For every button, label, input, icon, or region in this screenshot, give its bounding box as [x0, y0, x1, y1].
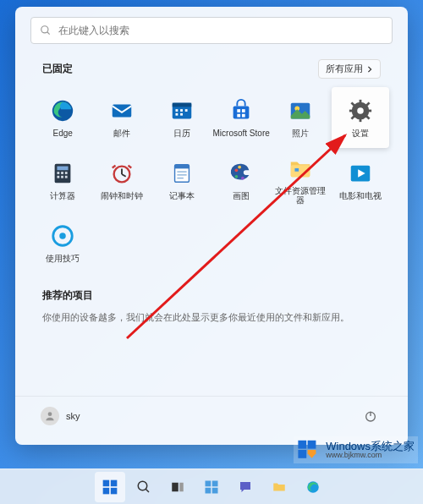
svg-point-66: [138, 481, 147, 490]
app-msstore[interactable]: Microsoft Store: [212, 87, 270, 148]
svg-point-45: [238, 165, 241, 168]
paint-icon: [228, 161, 254, 186]
search-icon: [40, 25, 52, 36]
app-notepad[interactable]: 记事本: [153, 150, 211, 211]
app-label: 画图: [233, 191, 250, 200]
widgets-icon: [204, 479, 219, 495]
app-label: Edge: [52, 129, 72, 138]
svg-line-1: [47, 32, 50, 35]
app-mail[interactable]: 邮件: [93, 87, 151, 148]
app-label: 记事本: [169, 191, 195, 200]
svg-rect-30: [58, 172, 60, 174]
svg-rect-62: [103, 479, 110, 486]
svg-rect-64: [103, 487, 110, 494]
svg-rect-70: [206, 480, 212, 486]
app-photos[interactable]: 照片: [272, 87, 329, 148]
svg-rect-8: [185, 109, 188, 112]
svg-rect-60: [308, 441, 316, 449]
taskview-icon: [170, 479, 185, 495]
app-label: 使用技巧: [46, 254, 80, 263]
app-calendar[interactable]: 日历: [153, 87, 211, 148]
taskbar-taskview-button[interactable]: [162, 472, 193, 502]
svg-rect-3: [113, 104, 132, 117]
svg-point-46: [235, 174, 239, 178]
start-footer: sky: [15, 396, 408, 435]
svg-point-19: [357, 107, 364, 114]
svg-rect-7: [180, 109, 183, 112]
svg-point-47: [241, 176, 244, 179]
folder-icon: [272, 479, 287, 495]
clock-icon: [109, 161, 135, 186]
app-edge[interactable]: Edge: [34, 87, 91, 148]
taskbar-widgets-button[interactable]: [196, 472, 227, 502]
user-account-button[interactable]: sky: [41, 407, 80, 425]
app-calculator[interactable]: 计算器: [34, 150, 91, 211]
app-label: 邮件: [113, 129, 130, 138]
svg-rect-49: [295, 168, 299, 172]
svg-rect-33: [58, 175, 60, 178]
app-explorer[interactable]: 文件资源管理器: [272, 150, 329, 211]
app-label: 文件资源管理器: [272, 186, 329, 205]
svg-rect-68: [172, 482, 179, 491]
power-icon: [364, 409, 377, 423]
app-clock[interactable]: 闹钟和时钟: [93, 150, 151, 211]
all-apps-label: 所有应用: [326, 63, 363, 75]
svg-rect-9: [175, 112, 178, 115]
search-box[interactable]: [30, 17, 393, 44]
svg-rect-48: [291, 165, 310, 177]
recommended-text: 你使用的设备越多，我们就会在此处显示更多你最近使用的文件和新应用。: [42, 311, 381, 324]
taskbar-explorer-button[interactable]: [264, 472, 294, 502]
svg-point-0: [41, 26, 48, 33]
start-menu-panel: 已固定 所有应用 Edge 邮件 日历: [15, 7, 408, 445]
app-label: Microsoft Store: [213, 129, 270, 138]
app-tips[interactable]: 使用技巧: [34, 212, 91, 273]
taskbar: [0, 468, 423, 504]
pinned-title: 已固定: [42, 62, 73, 76]
chat-icon: [238, 479, 253, 495]
svg-line-38: [122, 173, 126, 176]
svg-rect-29: [58, 166, 69, 170]
all-apps-button[interactable]: 所有应用: [318, 59, 381, 79]
pinned-grid: Edge 邮件 日历 Microsoft Store 照片: [15, 87, 408, 273]
user-name: sky: [66, 411, 80, 421]
svg-rect-73: [212, 487, 218, 493]
search-input[interactable]: [58, 25, 383, 36]
power-button[interactable]: [359, 404, 382, 428]
watermark-url: www.bjkmw.com: [326, 452, 415, 459]
svg-rect-23: [367, 109, 371, 112]
svg-rect-10: [180, 112, 183, 115]
svg-point-53: [59, 233, 66, 239]
app-settings[interactable]: 设置: [332, 87, 389, 148]
taskbar-search-button[interactable]: [129, 472, 159, 502]
edge-icon: [305, 479, 321, 495]
app-label: 电影和电视: [339, 191, 382, 200]
svg-rect-11: [233, 106, 250, 118]
svg-rect-72: [206, 487, 212, 493]
app-label: 日历: [173, 129, 190, 138]
folder-icon: [288, 156, 313, 181]
svg-rect-40: [174, 164, 189, 168]
svg-rect-15: [242, 113, 245, 117]
recommended-title: 推荐的项目: [42, 288, 381, 303]
app-label: 设置: [352, 129, 369, 138]
svg-rect-59: [299, 441, 307, 449]
watermark: Windows系统之家 www.bjkmw.com: [294, 436, 418, 463]
app-label: 计算器: [50, 191, 75, 200]
svg-rect-34: [61, 175, 63, 178]
app-label: 照片: [292, 129, 309, 138]
svg-rect-5: [173, 102, 192, 107]
taskbar-chat-button[interactable]: [230, 472, 261, 502]
svg-point-44: [235, 168, 239, 172]
store-icon: [228, 98, 254, 123]
windows-icon: [102, 479, 118, 496]
taskbar-edge-button[interactable]: [298, 472, 328, 502]
app-label: 闹钟和时钟: [101, 191, 143, 200]
svg-rect-63: [111, 479, 118, 486]
svg-rect-12: [237, 109, 240, 112]
app-paint[interactable]: 画图: [212, 150, 270, 211]
taskbar-start-button[interactable]: [95, 472, 125, 502]
avatar: [41, 407, 59, 425]
recommended-section: 推荐的项目 你使用的设备越多，我们就会在此处显示更多你最近使用的文件和新应用。: [15, 273, 408, 339]
app-movies[interactable]: 电影和电视: [332, 150, 389, 211]
svg-rect-22: [349, 109, 354, 112]
